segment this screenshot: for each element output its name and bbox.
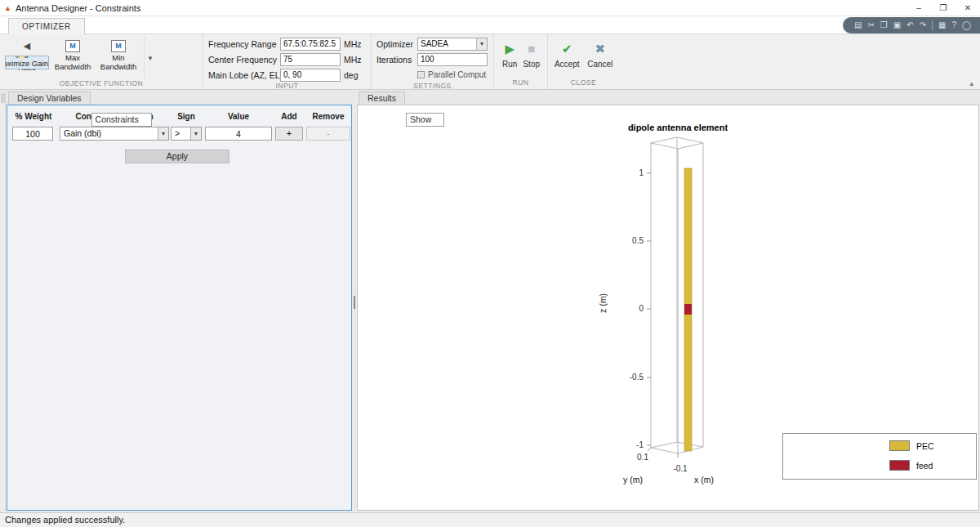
section-label-close: CLOSE [548, 78, 619, 89]
parallel-computing-checkbox[interactable] [417, 71, 425, 78]
redo-icon[interactable]: ↷ [920, 17, 926, 33]
status-circle-icon[interactable]: ◯ [962, 17, 971, 33]
save-icon[interactable]: ▤ [854, 17, 862, 33]
run-label: Run [502, 60, 517, 69]
titlebar: ▲ Antenna Designer - Constraints – ❐ ✕ [0, 0, 980, 16]
main-lobe-label: Main Lobe (AZ, EL) [208, 70, 277, 80]
tab-results[interactable]: Results [359, 92, 405, 105]
legend-pec-label: PEC [916, 441, 934, 451]
apply-button[interactable]: Apply [125, 150, 229, 163]
section-label-objective: OBJECTIVE FUNCTION [0, 79, 203, 89]
sign-select[interactable]: > ▾ [171, 127, 202, 141]
layout-icon[interactable]: ▦ [938, 17, 946, 33]
left-collapsed-strip[interactable] [0, 92, 6, 511]
z-tick-marks [647, 173, 651, 445]
min-bandwidth-button[interactable]: M Min Bandwidth [96, 37, 140, 79]
tab-optimizer[interactable]: OPTIMIZER [8, 18, 85, 34]
window-title: Antenna Designer - Constraints [16, 3, 140, 13]
maximize-gain-label: Maximize Gain [5, 60, 48, 69]
frequency-range-label: Frequency Range [208, 39, 277, 49]
iterations-field[interactable] [417, 53, 488, 66]
cut-icon[interactable]: ✂ [867, 17, 874, 33]
min-bandwidth-icon: M [111, 40, 126, 52]
axes-box [651, 137, 703, 453]
optimizer-label: Optimizer [376, 39, 414, 49]
constraint-function-select[interactable]: Gain (dbi) ▾ [60, 127, 169, 141]
accept-check-icon: ✔ [562, 40, 572, 58]
right-panel-tabs: Results Show [357, 92, 979, 105]
close-button[interactable]: ✕ [956, 0, 980, 16]
x-axis-label: x (m) [694, 475, 714, 485]
help-icon[interactable]: ? [952, 17, 957, 33]
left-panel-tabs: Design Variables Constraints [7, 92, 352, 105]
header-weight: % Weight [11, 112, 56, 121]
z-tick-labels: 1 0.5 0 -0.5 -1 [630, 168, 644, 449]
min-bandwidth-label: Min Bandwidth [97, 54, 140, 72]
strip-grip-icon [1, 93, 5, 103]
center-frequency-field[interactable] [280, 53, 341, 66]
run-button[interactable]: ▶ Run [499, 37, 521, 78]
toolbar-separator [932, 20, 933, 30]
plot-title: dipole antenna element [628, 123, 728, 132]
xy-tick-labels: 0.1 -0.1 [637, 453, 688, 473]
weight-field[interactable] [12, 127, 53, 141]
tab-design-variables[interactable]: Design Variables [8, 92, 91, 105]
section-run: ▶ Run ■ Stop RUN [493, 34, 547, 89]
cancel-x-icon: ✖ [595, 40, 605, 58]
iterations-label: Iterations [376, 55, 414, 65]
chevron-down-icon: ▾ [190, 127, 201, 140]
lobe-cone-icon: ◄ [21, 39, 33, 53]
pec-swatch-icon [889, 440, 910, 451]
objective-gallery-dropdown[interactable]: ▾ [144, 37, 156, 79]
parallel-computing-label: Parallel Computing [428, 70, 487, 79]
header-value: Value [205, 112, 272, 121]
add-constraint-button[interactable]: + [275, 127, 303, 141]
header-remove: Remove [306, 112, 350, 121]
paste-icon[interactable]: ▣ [893, 17, 901, 33]
main-lobe-field[interactable] [280, 69, 341, 82]
center-frequency-label: Center Frequency [208, 55, 277, 65]
undo-icon[interactable]: ↶ [906, 17, 913, 33]
collapse-ribbon-icon[interactable]: ▴ [969, 79, 973, 87]
value-field[interactable] [205, 127, 272, 141]
tab-constraints[interactable]: Constraints [91, 113, 152, 127]
remove-constraint-button[interactable]: - [306, 127, 350, 141]
cancel-label: Cancel [587, 60, 612, 69]
splitter-handle-icon [354, 296, 355, 309]
maximize-button[interactable]: ❐ [931, 0, 956, 16]
quick-access-toolbar: ▤ ✂ ❐ ▣ ↶ ↷ ▦ ? ◯ [843, 17, 980, 33]
toolstrip-tabrow: OPTIMIZER ▤ ✂ ❐ ▣ ↶ ↷ ▦ ? ◯ [0, 16, 980, 34]
app-window: ▲ Antenna Designer - Constraints – ❐ ✕ O… [0, 0, 980, 527]
center-frequency-unit: MHz [344, 55, 365, 65]
optimizer-value: SADEA [421, 39, 448, 48]
status-message: Changes applied successfully. [5, 515, 125, 525]
optimizer-select[interactable]: SADEA ▾ [417, 38, 488, 51]
header-add: Add [275, 112, 303, 121]
legend-feed-label: feed [916, 461, 933, 471]
run-icon: ▶ [505, 40, 514, 58]
stop-label: Stop [523, 60, 540, 69]
show-body: dipole antenna element [357, 105, 979, 511]
frequency-range-field[interactable] [280, 38, 341, 51]
max-bandwidth-button[interactable]: M Max Bandwidth [51, 37, 95, 79]
stop-button[interactable]: ■ Stop [521, 37, 543, 78]
window-controls: – ❐ ✕ [906, 0, 980, 16]
minimize-button[interactable]: – [906, 0, 931, 16]
maximize-gain-button[interactable]: Maximize Gain [5, 56, 49, 69]
accept-button[interactable]: ✔ Accept [553, 37, 581, 78]
sign-value: > [175, 128, 180, 138]
stop-icon: ■ [528, 40, 535, 58]
chevron-down-icon: ▾ [476, 38, 487, 50]
svg-text:0.5: 0.5 [632, 236, 644, 245]
section-label-run: RUN [494, 78, 547, 89]
section-settings: Optimizer SADEA ▾ Iterations Parallel Co… [371, 34, 493, 89]
header-sign: Sign [171, 112, 202, 121]
svg-text:1: 1 [639, 168, 644, 177]
tab-show[interactable]: Show [406, 113, 444, 127]
max-bandwidth-icon: M [65, 40, 80, 52]
show-panel: Results Show dipole antenna element [357, 92, 979, 511]
chevron-down-icon: ▾ [158, 127, 168, 140]
cancel-button[interactable]: ✖ Cancel [586, 37, 615, 78]
feed-point [684, 304, 692, 315]
copy-icon[interactable]: ❐ [880, 17, 888, 33]
